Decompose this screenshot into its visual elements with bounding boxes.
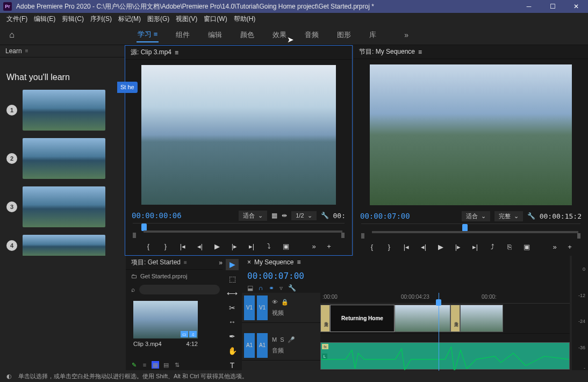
video-clip[interactable] xyxy=(395,305,450,332)
extract-button[interactable]: ⎘ xyxy=(504,241,515,253)
program-video[interactable] xyxy=(370,64,572,205)
goto-out-button[interactable]: ▸| xyxy=(469,241,481,253)
program-fit-dropdown[interactable]: 适合 ⌄ xyxy=(462,211,490,221)
more-transport[interactable]: » xyxy=(308,240,320,252)
workspace-editing[interactable]: 编辑 xyxy=(207,28,223,42)
timeline-timecode[interactable]: 00:00:07:00 xyxy=(242,269,570,283)
snap-icon[interactable]: ∩ xyxy=(259,284,263,292)
pen-tool[interactable]: ✒ xyxy=(226,331,239,342)
eye-icon[interactable]: 👁 xyxy=(272,299,278,305)
source-tc-in[interactable]: 00:00:00:06 xyxy=(132,211,182,220)
menu-edit[interactable]: 编辑(E) xyxy=(31,15,59,24)
goto-out-button[interactable]: ▸| xyxy=(246,240,257,252)
grid-icon[interactable]: ▦ xyxy=(271,212,277,219)
link-icon[interactable]: ⚭ xyxy=(269,284,274,292)
project-tab[interactable]: 项目: Get Started ≡ » xyxy=(126,256,223,270)
title-clip[interactable]: Returning Home xyxy=(330,305,395,332)
wrench-icon[interactable]: 🔧 xyxy=(321,212,329,219)
source-video[interactable] xyxy=(141,65,336,205)
timeline-tab[interactable]: × My Sequence ≡ xyxy=(242,256,570,269)
goto-in-button[interactable]: |◂ xyxy=(400,241,412,253)
a1-source-toggle[interactable]: A1 xyxy=(244,333,255,358)
source-tab[interactable]: 源: Clip 3.mp4 ≡ xyxy=(125,46,352,60)
step-back-button[interactable]: ◂| xyxy=(194,240,206,252)
learn-item-3[interactable]: 3 xyxy=(6,186,118,227)
insert-button[interactable]: ⤵ xyxy=(263,240,275,252)
workspace-audio[interactable]: 音频 xyxy=(304,28,320,42)
learn-item-1[interactable]: 1 xyxy=(6,90,118,131)
step-fwd-button[interactable]: |▸ xyxy=(228,240,240,252)
hand-tool[interactable]: ✋ xyxy=(226,345,239,357)
source-zoom-dropdown[interactable]: 1/2 ⌄ xyxy=(291,211,316,220)
source-ruler[interactable] xyxy=(133,223,345,237)
audio-clip[interactable]: fx L xyxy=(320,342,570,370)
menu-help[interactable]: 帮助(H) xyxy=(231,15,259,24)
type-tool[interactable]: T xyxy=(226,359,239,371)
maximize-button[interactable]: ☐ xyxy=(541,0,564,13)
more-transport[interactable]: » xyxy=(549,241,561,253)
menu-file[interactable]: 文件(F) xyxy=(3,15,31,24)
workspace-more[interactable]: » xyxy=(404,31,408,39)
goto-in-button[interactable]: |◂ xyxy=(177,240,189,252)
overwrite-button[interactable]: ▣ xyxy=(280,240,292,252)
a1-target-toggle[interactable]: A1 xyxy=(257,333,268,358)
menu-clip[interactable]: 剪辑(C) xyxy=(59,15,87,24)
selection-tool[interactable]: ▶ xyxy=(226,259,239,270)
razor-tool[interactable]: ✂ xyxy=(226,302,239,313)
workspace-assembly[interactable]: 组件 xyxy=(175,28,191,42)
timeline-lanes[interactable]: :00:00 00:00:04:23 00:00: 交叉溶 Returning … xyxy=(320,293,570,371)
menu-window[interactable]: 窗口(W) xyxy=(200,15,230,24)
program-tab[interactable]: 节目: My Sequence ≡ xyxy=(354,45,588,59)
mark-out-button[interactable]: } xyxy=(160,240,171,252)
slip-tool[interactable]: ↔ xyxy=(226,316,239,328)
step-fwd-button[interactable]: |▸ xyxy=(452,241,464,253)
program-res-dropdown[interactable]: 完整 ⌄ xyxy=(494,211,523,221)
mark-in-button[interactable]: { xyxy=(366,241,378,253)
workspace-color[interactable]: 颜色 xyxy=(239,28,255,42)
v1-source-toggle[interactable]: V1 xyxy=(244,295,255,320)
mute-button[interactable]: M xyxy=(272,336,277,343)
menu-view[interactable]: 视图(V) xyxy=(173,15,200,24)
home-button[interactable]: ⌂ xyxy=(0,30,24,40)
program-tc-in[interactable]: 00:00:07:00 xyxy=(360,212,410,220)
program-ruler[interactable] xyxy=(361,224,580,237)
solo-button[interactable]: S xyxy=(280,336,284,343)
spanner-icon[interactable]: ⇹ xyxy=(282,212,287,219)
mic-icon[interactable]: 🎤 xyxy=(288,336,295,343)
start-here-tag[interactable]: St he xyxy=(117,82,138,93)
menu-graphics[interactable]: 图形(G) xyxy=(144,15,173,24)
workspace-learn[interactable]: 学习 ≡ xyxy=(137,27,159,42)
lift-button[interactable]: ⤴ xyxy=(486,241,498,253)
playhead[interactable] xyxy=(436,299,441,306)
mark-out-button[interactable]: } xyxy=(383,241,395,253)
marker-icon[interactable]: ▿ xyxy=(279,284,283,292)
freeform-view-icon[interactable]: ▤ xyxy=(162,361,170,369)
list-view-icon[interactable]: ≡ xyxy=(141,361,148,369)
learn-tab[interactable]: Learn ≡ xyxy=(0,45,125,57)
menu-sequence[interactable]: 序列(S) xyxy=(87,15,115,24)
close-button[interactable]: ✕ xyxy=(564,0,588,13)
settings-icon[interactable]: 🔧 xyxy=(288,284,296,292)
workspace-effects[interactable]: 效果 xyxy=(271,28,288,42)
v1-target-toggle[interactable]: V1 xyxy=(257,295,268,320)
menu-marker[interactable]: 标记(M) xyxy=(115,15,144,24)
learn-item-4[interactable]: 4 xyxy=(6,235,118,256)
transition-clip[interactable]: 交叉溶 xyxy=(320,305,330,332)
add-button[interactable]: + xyxy=(323,240,335,252)
lock-icon[interactable]: 🔒 xyxy=(281,299,289,306)
step-back-button[interactable]: ◂| xyxy=(418,241,429,253)
ripple-tool[interactable]: ⟷ xyxy=(226,288,239,299)
project-clip[interactable]: ▭♫ Clip 3.mp44:12 xyxy=(133,301,198,347)
wrench-icon[interactable]: 🔧 xyxy=(527,212,535,220)
track-select-tool[interactable]: ⬚ xyxy=(226,273,239,285)
search-input[interactable] xyxy=(139,285,220,294)
nest-icon[interactable]: ⬓ xyxy=(247,284,253,292)
sort-icon[interactable]: ⇅ xyxy=(173,361,181,369)
icon-view-icon[interactable]: ▦ xyxy=(152,361,159,369)
play-button[interactable]: ▶ xyxy=(435,241,447,253)
pencil-icon[interactable]: ✎ xyxy=(130,361,138,369)
video-clip[interactable] xyxy=(460,305,503,332)
add-button[interactable]: + xyxy=(564,241,576,253)
workspace-graphics[interactable]: 图形 xyxy=(336,28,352,42)
minimize-button[interactable]: ─ xyxy=(517,0,541,13)
